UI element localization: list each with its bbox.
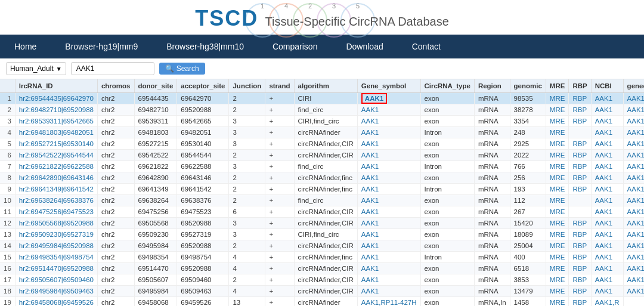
- ncbi-cell[interactable]: AAK1: [591, 116, 623, 127]
- genecards-cell[interactable]: [623, 297, 644, 307]
- genecards-cell[interactable]: AAK1: [623, 206, 644, 218]
- circrna-id-cell[interactable]: hr2:69638264|69638376: [15, 195, 97, 206]
- gene-symbol-cell[interactable]: AAK1: [357, 161, 420, 172]
- ncbi-cell[interactable]: AAK1: [591, 218, 623, 229]
- circrna-id-cell[interactable]: hr2:69481803|69482051: [15, 127, 97, 138]
- mre-cell[interactable]: MRE: [546, 218, 569, 229]
- rbp-cell[interactable]: RBP: [569, 161, 591, 172]
- circrna-id-cell[interactable]: hr2:69458068|69459526: [15, 297, 97, 307]
- gene-symbol-cell[interactable]: AAK1: [357, 116, 420, 127]
- nav-contact[interactable]: Contact: [398, 35, 455, 58]
- circrna-id-cell[interactable]: hr2:69642890|69643146: [15, 172, 97, 184]
- mre-cell[interactable]: MRE: [546, 127, 569, 138]
- mre-cell[interactable]: MRE: [546, 263, 569, 274]
- ncbi-cell[interactable]: AAK1: [591, 252, 623, 263]
- mre-cell[interactable]: MRE: [546, 172, 569, 184]
- circrna-id-cell[interactable]: hr2:69495984|69520988: [15, 240, 97, 252]
- circrna-id-cell[interactable]: hr2:69495984|69509463: [15, 286, 97, 297]
- circrna-id-cell[interactable]: hr2:69641349|69641542: [15, 184, 97, 195]
- ncbi-cell[interactable]: AAK1: [591, 172, 623, 184]
- gene-symbol-cell[interactable]: AAK1: [357, 184, 420, 195]
- genecards-cell[interactable]: AAK1: [623, 116, 644, 127]
- mre-cell[interactable]: MRE: [546, 138, 569, 150]
- gene-symbol-cell[interactable]: AAK1: [357, 286, 420, 297]
- genecards-cell[interactable]: AAK1: [623, 274, 644, 286]
- genecards-cell[interactable]: AAK1: [623, 240, 644, 252]
- ncbi-cell[interactable]: AAK1: [591, 240, 623, 252]
- gene-symbol-cell[interactable]: AAK1: [357, 93, 420, 104]
- mre-cell[interactable]: MRE: [546, 286, 569, 297]
- circrna-id-cell[interactable]: hr2:69505568|69520988: [15, 218, 97, 229]
- gene-symbol-cell[interactable]: AAK1: [357, 252, 420, 263]
- rbp-cell[interactable]: RBP: [569, 263, 591, 274]
- search-input[interactable]: [71, 62, 154, 75]
- circrna-id-cell[interactable]: hr2:69514470|69520988: [15, 263, 97, 274]
- circrna-id-cell[interactable]: hr2:69505607|69509460: [15, 274, 97, 286]
- genecards-cell[interactable]: AAK1: [623, 252, 644, 263]
- genecards-cell[interactable]: AAK1: [623, 218, 644, 229]
- mre-cell[interactable]: MRE: [546, 274, 569, 286]
- ncbi-cell[interactable]: AAK1: [591, 286, 623, 297]
- ncbi-cell[interactable]: AAK1: [591, 184, 623, 195]
- rbp-cell[interactable]: RBP: [569, 150, 591, 161]
- genecards-cell[interactable]: AAK1: [623, 184, 644, 195]
- gene-symbol-cell[interactable]: AAK1,RP11-427H: [357, 297, 420, 307]
- gene-symbol-cell[interactable]: AAK1: [357, 104, 420, 116]
- gene-symbol-cell[interactable]: AAK1: [357, 240, 420, 252]
- rbp-cell[interactable]: RBP: [569, 104, 591, 116]
- genecards-cell[interactable]: AAK1: [623, 172, 644, 184]
- rbp-cell[interactable]: RBP: [569, 240, 591, 252]
- ncbi-cell[interactable]: AAK1: [591, 206, 623, 218]
- gene-symbol-cell[interactable]: AAK1: [357, 218, 420, 229]
- gene-symbol-cell[interactable]: AAK1: [357, 138, 420, 150]
- rbp-cell[interactable]: RBP: [569, 184, 591, 195]
- circrna-id-cell[interactable]: hr2:69542522|69544544: [15, 150, 97, 161]
- genecards-cell[interactable]: AAK1: [623, 138, 644, 150]
- rbp-cell[interactable]: RBP: [569, 274, 591, 286]
- ncbi-cell[interactable]: AAK1: [591, 93, 623, 104]
- mre-cell[interactable]: MRE: [546, 104, 569, 116]
- ncbi-cell[interactable]: AAK1: [591, 195, 623, 206]
- genecards-cell[interactable]: AAK1: [623, 229, 644, 240]
- circrna-id-cell[interactable]: hr2:69621822|69622588: [15, 161, 97, 172]
- gene-symbol-cell[interactable]: AAK1: [357, 274, 420, 286]
- genecards-cell[interactable]: AAK1: [623, 93, 644, 104]
- circrna-id-cell[interactable]: hr2:69498354|69498754: [15, 252, 97, 263]
- ncbi-cell[interactable]: AAK1: [591, 138, 623, 150]
- gene-symbol-cell[interactable]: AAK1: [357, 172, 420, 184]
- genecards-cell[interactable]: AAK1: [623, 127, 644, 138]
- mre-cell[interactable]: MRE: [546, 252, 569, 263]
- mre-cell[interactable]: MRE: [546, 229, 569, 240]
- nav-comparison[interactable]: Comparison: [258, 35, 332, 58]
- ncbi-cell[interactable]: AAK1: [591, 274, 623, 286]
- nav-browser-hg19[interactable]: Browser-hg19|mm9: [51, 35, 152, 58]
- species-dropdown[interactable]: Human_Adult ▼: [6, 62, 66, 75]
- circrna-id-cell[interactable]: hr2:69509230|69527319: [15, 229, 97, 240]
- rbp-cell[interactable]: RBP: [569, 116, 591, 127]
- gene-symbol-cell[interactable]: AAK1: [357, 195, 420, 206]
- circrna-id-cell[interactable]: hr2:69482710|69520988: [15, 104, 97, 116]
- rbp-cell[interactable]: RBP: [569, 286, 591, 297]
- nav-browser-hg38[interactable]: Browser-hg38|mm10: [152, 35, 258, 58]
- mre-cell[interactable]: MRE: [546, 240, 569, 252]
- ncbi-cell[interactable]: AAK1: [591, 104, 623, 116]
- ncbi-cell[interactable]: AAK1: [591, 229, 623, 240]
- ncbi-cell[interactable]: AAK1: [591, 263, 623, 274]
- genecards-cell[interactable]: AAK1: [623, 150, 644, 161]
- ncbi-cell[interactable]: AAK1: [591, 161, 623, 172]
- mre-cell[interactable]: MRE: [546, 150, 569, 161]
- rbp-cell[interactable]: RBP: [569, 297, 591, 307]
- genecards-cell[interactable]: AAK1: [623, 286, 644, 297]
- genecards-cell[interactable]: AAK1: [623, 161, 644, 172]
- circrna-id-cell[interactable]: hr2:69475256|69475523: [15, 206, 97, 218]
- mre-cell[interactable]: MRE: [546, 195, 569, 206]
- circrna-id-cell[interactable]: hr2:69527215|69530140: [15, 138, 97, 150]
- mre-cell[interactable]: MRE: [546, 161, 569, 172]
- rbp-cell[interactable]: RBP: [569, 252, 591, 263]
- mre-cell[interactable]: MRE: [546, 93, 569, 104]
- circrna-id-cell[interactable]: hr2:69539311|69542665: [15, 116, 97, 127]
- rbp-cell[interactable]: RBP: [569, 218, 591, 229]
- ncbi-cell[interactable]: AAK1,R: [591, 297, 623, 307]
- genecards-cell[interactable]: AAK1: [623, 104, 644, 116]
- nav-download[interactable]: Download: [332, 35, 397, 58]
